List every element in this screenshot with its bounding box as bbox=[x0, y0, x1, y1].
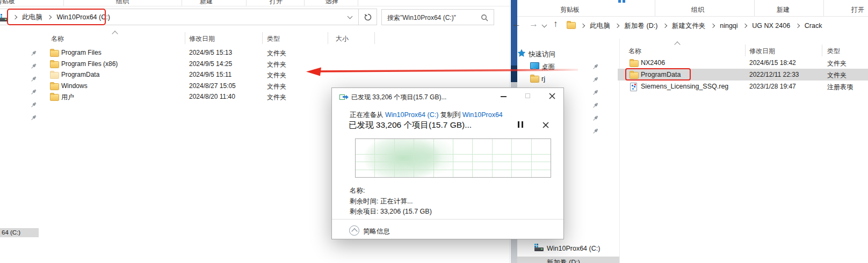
status-target-link[interactable]: Win10Prox64 bbox=[462, 111, 503, 119]
pin-icon bbox=[30, 101, 37, 108]
annotation-arrow bbox=[301, 59, 585, 81]
file-name[interactable]: Program Files bbox=[61, 49, 102, 56]
detail-time-remaining: 剩余时间: 正在计算... bbox=[350, 196, 432, 207]
file-date: 2024/8/20 11:40 bbox=[189, 93, 235, 100]
right-sidebar-pins bbox=[592, 63, 599, 135]
table-row-selected[interactable]: ProgramData 2022/12/11 22:33 文件夹 bbox=[618, 69, 868, 81]
maximize-button bbox=[525, 93, 530, 98]
ribbon-group-open[interactable]: 打开 bbox=[851, 5, 864, 14]
file-type: 文件夹 bbox=[267, 93, 286, 102]
column-size[interactable]: 大小 bbox=[336, 34, 349, 43]
file-date: 2024/9/5 15:13 bbox=[189, 49, 232, 56]
pin-icon bbox=[30, 89, 37, 96]
file-type: 注册表项 bbox=[827, 83, 853, 92]
table-row[interactable]: NX2406 2024/6/15 18:42 文件夹 bbox=[619, 57, 868, 69]
folder-icon bbox=[50, 50, 59, 57]
breadcrumb-new-folder[interactable]: 新建文件夹 bbox=[672, 21, 706, 31]
copy-details: 名称: 剩余时间: 正在计算... 剩余项目: 33,206 (15.7 GB) bbox=[350, 186, 432, 217]
quick-access-toolbar-icon[interactable] bbox=[623, 0, 625, 3]
screen: 剪贴板 组织 新建 打开 选择 此电脑 Win10Prox64 (C:) bbox=[0, 0, 868, 263]
ribbon-group-open[interactable]: 打开 bbox=[270, 0, 283, 6]
folder-icon bbox=[50, 94, 59, 101]
file-name[interactable]: Windows bbox=[61, 82, 88, 90]
file-name[interactable]: NX2406 bbox=[641, 59, 665, 67]
fewer-details-toggle[interactable]: 简略信息 bbox=[349, 225, 435, 237]
file-name[interactable]: 用户 bbox=[61, 93, 74, 102]
table-row[interactable]: Program Files 2024/9/5 15:13 文件夹 bbox=[0, 47, 511, 58]
file-name[interactable]: ProgramData bbox=[61, 71, 99, 78]
breadcrumb-this-pc[interactable]: 此电脑 bbox=[590, 21, 610, 31]
sort-ascending-icon[interactable] bbox=[112, 31, 118, 36]
ribbon-group-select[interactable]: 选择 bbox=[326, 0, 338, 6]
sidebar-item-volume-d-partial[interactable]: 新加卷 (D:) bbox=[517, 257, 619, 263]
breadcrumb-ugnx[interactable]: UG NX 2406 bbox=[752, 22, 790, 30]
file-type: 文件夹 bbox=[267, 71, 286, 80]
file-date: 2024/8/27 15:05 bbox=[189, 82, 236, 90]
pin-icon bbox=[592, 63, 599, 70]
chevron-right-icon bbox=[743, 24, 747, 28]
breadcrumb-volume-d[interactable]: 新加卷 (D:) bbox=[625, 21, 658, 31]
minimize-button[interactable] bbox=[501, 96, 507, 97]
sidebar-item-drive-c-partial[interactable]: 64 (C:) bbox=[0, 228, 39, 237]
pin-icon bbox=[592, 115, 599, 122]
breadcrumb-ningqi[interactable]: ningqi bbox=[720, 22, 737, 30]
status-middle: 复制到 bbox=[438, 111, 462, 119]
search-input[interactable] bbox=[386, 13, 480, 22]
ribbon-group-clipboard[interactable]: 剪贴板 bbox=[560, 5, 580, 14]
search-box[interactable] bbox=[381, 9, 494, 25]
forward-button[interactable]: → bbox=[529, 19, 538, 30]
cancel-icon[interactable] bbox=[542, 122, 549, 128]
refresh-button[interactable] bbox=[358, 9, 377, 25]
detail-name: 名称: bbox=[350, 186, 432, 196]
sidebar-item-quick-access[interactable]: 快速访问 bbox=[517, 48, 619, 59]
file-type: 文件夹 bbox=[827, 71, 847, 80]
chevron-up-circle-icon[interactable] bbox=[349, 225, 359, 236]
status-source-link[interactable]: Win10Prox64 (C:) bbox=[385, 111, 438, 119]
sidebar-item-label: 快速访问 bbox=[529, 50, 555, 59]
back-button[interactable]: ← bbox=[512, 19, 521, 30]
file-type: 文件夹 bbox=[267, 60, 286, 69]
breadcrumb[interactable]: 此电脑 新加卷 (D:) 新建文件夹 ningqi UG NX 2406 Cra… bbox=[577, 21, 822, 31]
ribbon-group-organize[interactable]: 组织 bbox=[116, 0, 129, 6]
file-date: 2022/12/11 22:33 bbox=[749, 71, 799, 78]
column-date[interactable]: 修改日期 bbox=[749, 47, 775, 56]
file-name[interactable]: Siemens_Licensing_SSQ.reg bbox=[641, 83, 728, 90]
address-folder-icon bbox=[567, 22, 576, 29]
column-date[interactable]: 修改日期 bbox=[189, 34, 215, 43]
column-type[interactable]: 类型 bbox=[267, 34, 280, 43]
chevron-right-icon bbox=[615, 24, 619, 28]
close-icon[interactable] bbox=[549, 93, 555, 99]
drive-icon bbox=[0, 18, 8, 21]
dialog-title: 已发现 33,206 个项目(15.7 GB)... bbox=[351, 93, 446, 102]
sidebar-item-label: 新加卷 (D:) bbox=[547, 258, 580, 263]
pin-icon bbox=[30, 50, 37, 57]
pin-icon bbox=[30, 114, 37, 121]
file-date: 2024/9/5 15:11 bbox=[189, 71, 232, 78]
status-prefix: 正在准备从 bbox=[350, 111, 385, 119]
search-icon[interactable] bbox=[481, 14, 488, 21]
up-button[interactable]: ↑ bbox=[553, 19, 558, 30]
column-type[interactable]: 类型 bbox=[827, 47, 840, 56]
chevron-right-icon bbox=[795, 24, 799, 28]
table-row[interactable]: Siemens_Licensing_SSQ.reg 2023/1/28 19:4… bbox=[619, 81, 868, 92]
chevron-right-icon bbox=[662, 24, 667, 28]
breadcrumb-crack[interactable]: Crack bbox=[805, 22, 822, 30]
sort-ascending-icon[interactable] bbox=[674, 41, 680, 47]
ribbon-group-organize[interactable]: 组织 bbox=[691, 5, 704, 14]
recent-locations-icon[interactable] bbox=[542, 23, 547, 28]
sidebar-item-drive-c[interactable]: Win10Prox64 (C:) bbox=[517, 243, 619, 253]
folder-icon bbox=[630, 60, 639, 67]
ribbon-group-new[interactable]: 新建 bbox=[777, 5, 790, 14]
pause-button[interactable] bbox=[518, 121, 525, 129]
copy-dialog-icon bbox=[339, 93, 348, 100]
annotation-breadcrumb-highlight bbox=[7, 9, 106, 25]
ribbon-group-clipboard[interactable]: 剪贴板 bbox=[0, 0, 15, 6]
column-name[interactable]: 名称 bbox=[628, 47, 641, 56]
file-type: 文件夹 bbox=[827, 59, 847, 68]
ribbon-group-new[interactable]: 新建 bbox=[200, 0, 213, 6]
file-name[interactable]: Program Files (x86) bbox=[61, 60, 118, 68]
column-name[interactable]: 名称 bbox=[51, 34, 64, 43]
left-ribbon: 剪贴板 组织 新建 打开 选择 bbox=[0, 0, 511, 6]
quick-access-toolbar-icon[interactable] bbox=[618, 0, 621, 3]
registry-file-icon bbox=[630, 83, 637, 91]
